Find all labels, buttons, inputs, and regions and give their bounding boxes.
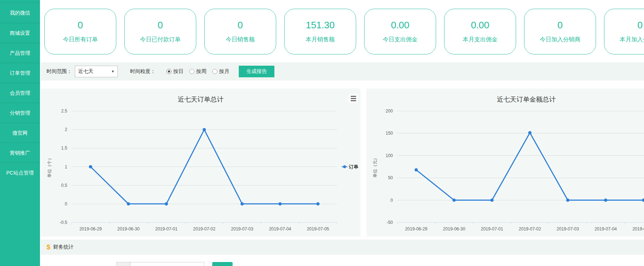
radio-by-month[interactable]: 按月 <box>212 68 229 75</box>
svg-text:200: 200 <box>386 109 393 114</box>
stat-card-today-paid-orders: 0 今日已付款订单 <box>124 9 196 54</box>
svg-text:1: 1 <box>65 164 67 169</box>
sidebar-item-micro-site[interactable]: 微官网 <box>0 123 40 143</box>
orders-chart-panel: 近七天订单总计2.521.510.50-0.52019-06-292019-06… <box>41 89 361 237</box>
time-range-selected-value: 近七天 <box>78 68 111 75</box>
finance-controls-row <box>41 262 644 266</box>
charts-row: 近七天订单总计2.521.510.50-0.52019-06-292019-06… <box>41 89 644 237</box>
sidebar-item-my-wechat[interactable]: 我的微信 <box>0 3 40 23</box>
svg-text:近七天订单总计: 近七天订单总计 <box>178 96 224 103</box>
stat-label: 今日已付款订单 <box>140 36 181 44</box>
input-addon-box <box>116 262 130 266</box>
stat-label: 今日销售额 <box>226 36 255 44</box>
svg-text:2019-07-02: 2019-07-02 <box>193 226 216 232</box>
sidebar-item-marketing[interactable]: 营销推广 <box>0 143 40 163</box>
svg-text:近七天订单金额总计: 近七天订单金额总计 <box>497 96 556 103</box>
svg-text:2019-06-30: 2019-06-30 <box>443 226 466 232</box>
stat-value: 0 <box>158 20 163 31</box>
svg-text:2019-07-05: 2019-07-05 <box>632 226 644 232</box>
stat-value: 0.00 <box>391 20 410 31</box>
sidebar-item-mall-settings[interactable]: 商城设置 <box>0 23 40 43</box>
svg-text:2.5: 2.5 <box>61 109 67 114</box>
svg-text:2019-06-30: 2019-06-30 <box>117 226 140 232</box>
stat-value: 0 <box>558 20 563 31</box>
time-range-select[interactable]: 近七天 ▼ <box>75 66 118 77</box>
stat-label: 今日加入分销商 <box>540 36 580 44</box>
radio-label: 按日 <box>173 68 184 75</box>
stat-value: 151.30 <box>306 20 335 31</box>
order-amount-line-chart: 近七天订单金额总计200150100500-502019-06-292019-0… <box>366 89 644 237</box>
stat-label: 今日所有订单 <box>63 36 98 44</box>
orders-line-chart: 近七天订单总计2.521.510.50-0.52019-06-292019-06… <box>41 89 361 237</box>
svg-text:1.5: 1.5 <box>61 146 67 151</box>
stat-value: 0.00 <box>471 20 490 31</box>
svg-text:2019-07-03: 2019-07-03 <box>231 226 254 232</box>
finance-input[interactable] <box>130 262 204 266</box>
granularity-label: 时间粒度： <box>130 68 156 75</box>
chevron-down-icon: ▼ <box>111 70 114 73</box>
radio-icon[interactable] <box>212 69 217 74</box>
stat-card-month-distributors: 0 本月加入分销商 <box>604 9 644 54</box>
stat-card-month-commission: 0.00 本月支出佣金 <box>444 9 516 54</box>
finance-submit-button[interactable] <box>212 262 233 266</box>
sidebar-item-products[interactable]: 产品管理 <box>0 43 40 63</box>
sidebar-item-members[interactable]: 会员管理 <box>0 83 40 103</box>
stat-label: 本月加入分销商 <box>620 36 644 44</box>
radio-label: 按月 <box>219 68 229 75</box>
svg-text:150: 150 <box>386 131 393 136</box>
filter-bar: 时间范围： 近七天 ▼ 时间粒度： 按日 按周 按月 生成报告 <box>41 62 644 81</box>
main-content: 0 今日所有订单 0 今日已付款订单 0 今日销售额 151.30 本月销售额 … <box>40 0 644 266</box>
svg-text:2: 2 <box>65 127 67 132</box>
svg-text:2019-06-29: 2019-06-29 <box>79 226 102 232</box>
svg-text:单位（个）: 单位（个） <box>47 156 52 178</box>
dollar-icon: $ <box>47 243 51 251</box>
svg-text:单位（元）: 单位（元） <box>373 156 378 178</box>
stat-label: 本月支出佣金 <box>463 36 498 44</box>
svg-text:2019-07-02: 2019-07-02 <box>519 226 541 232</box>
radio-label: 按周 <box>196 68 206 75</box>
svg-text:-0.5: -0.5 <box>60 220 67 225</box>
sidebar-item-pc-site[interactable]: PC站点管理 <box>0 163 40 183</box>
radio-by-day[interactable]: 按日 <box>166 68 184 75</box>
generate-report-button[interactable]: 生成报告 <box>239 66 274 77</box>
order-amount-chart-panel: 近七天订单金额总计200150100500-502019-06-292019-0… <box>366 89 644 237</box>
svg-text:-50: -50 <box>387 220 393 225</box>
time-range-label: 时间范围： <box>47 68 72 75</box>
stat-card-today-sales: 0 今日销售额 <box>204 9 276 54</box>
sidebar-item-orders[interactable]: 订单管理 <box>0 63 40 83</box>
svg-text:100: 100 <box>386 153 393 158</box>
sidebar-item-distribution[interactable]: 分销管理 <box>0 103 40 123</box>
finance-section-title: 财务统计 <box>53 244 74 250</box>
radio-icon[interactable] <box>189 69 194 74</box>
stat-label: 本月销售额 <box>306 36 335 44</box>
svg-text:0: 0 <box>65 201 67 206</box>
svg-text:50: 50 <box>388 175 393 180</box>
svg-text:2019-07-05: 2019-07-05 <box>307 226 329 232</box>
radio-by-week[interactable]: 按周 <box>189 68 206 75</box>
svg-text:2019-06-29: 2019-06-29 <box>405 226 427 232</box>
stat-card-today-orders: 0 今日所有订单 <box>44 9 116 54</box>
stat-value: 0 <box>637 20 643 31</box>
stat-value: 0 <box>238 20 243 31</box>
svg-text:2019-07-04: 2019-07-04 <box>269 226 291 232</box>
svg-text:订单: 订单 <box>349 164 358 169</box>
stat-cards-row: 0 今日所有订单 0 今日已付款订单 0 今日销售额 151.30 本月销售额 … <box>41 0 644 54</box>
stat-card-month-sales: 151.30 本月销售额 <box>284 9 356 54</box>
svg-text:0.5: 0.5 <box>61 183 67 188</box>
sidebar: 我的微信 商城设置 产品管理 订单管理 会员管理 分销管理 微官网 营销推广 P… <box>0 0 40 266</box>
finance-section-header: $ 财务统计 <box>41 240 644 255</box>
stat-label: 今日支出佣金 <box>383 36 418 44</box>
dashboard-page: 我的微信 商城设置 产品管理 订单管理 会员管理 分销管理 微官网 营销推广 P… <box>0 0 644 266</box>
svg-text:2019-07-01: 2019-07-01 <box>155 226 178 232</box>
sidebar-top-divider <box>0 0 40 3</box>
svg-text:0: 0 <box>390 198 393 203</box>
svg-text:2019-07-04: 2019-07-04 <box>595 226 617 232</box>
stat-card-today-distributors: 0 今日加入分销商 <box>524 9 596 54</box>
stat-card-today-commission: 0.00 今日支出佣金 <box>364 9 436 54</box>
radio-icon[interactable] <box>166 69 172 74</box>
stat-value: 0 <box>78 20 83 31</box>
sidebar-menu: 我的微信 商城设置 产品管理 订单管理 会员管理 分销管理 微官网 营销推广 P… <box>0 3 40 183</box>
svg-text:2019-07-01: 2019-07-01 <box>481 226 503 232</box>
svg-text:2019-07-03: 2019-07-03 <box>557 226 579 232</box>
chart-context-menu-icon[interactable] <box>349 94 358 102</box>
